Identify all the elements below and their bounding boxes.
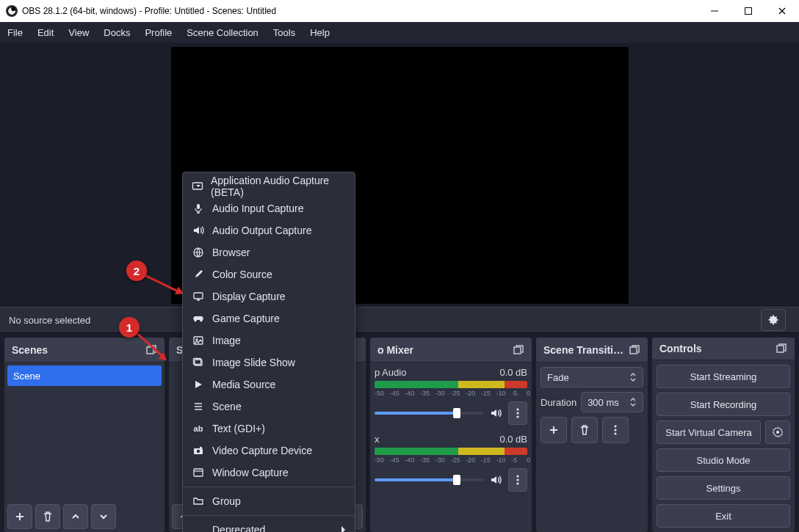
scenes-panel-title: Scenes (12, 344, 48, 356)
mixer-channel-db: 0.0 dB (499, 434, 527, 445)
camera-icon (192, 445, 205, 456)
transition-remove-button[interactable] (571, 417, 598, 443)
source-properties-button[interactable] (761, 309, 786, 331)
obs-logo-icon (6, 5, 18, 17)
start-virtual-camera-button[interactable]: Start Virtual Camera (657, 420, 761, 444)
svg-point-15 (614, 425, 616, 427)
svg-point-11 (516, 475, 518, 477)
image-icon (192, 335, 205, 346)
list-icon (192, 401, 205, 412)
popout-icon[interactable] (513, 344, 524, 356)
menu-edit[interactable]: Edit (37, 27, 54, 38)
svg-point-19 (776, 431, 779, 434)
menu-application-audio-capture[interactable]: Application Audio Capture (BETA) (183, 175, 355, 197)
menu-deprecated[interactable]: Deprecated (183, 519, 355, 532)
scene-remove-button[interactable] (35, 504, 60, 529)
menu-display-capture[interactable]: Display Capture (183, 285, 355, 307)
svg-point-16 (614, 429, 616, 431)
speaker-icon[interactable] (489, 407, 502, 420)
vu-ticks: -50-45-40-35-30-25-20-15-10-50 (375, 390, 527, 398)
popout-icon[interactable] (629, 344, 640, 356)
menu-image-slide-show[interactable]: Image Slide Show (183, 351, 355, 374)
audio-mixer-panel: o Mixer p Audio 0.0 dB -50-45-40-35-30-2… (370, 338, 532, 532)
menu-view[interactable]: View (68, 27, 89, 38)
menu-video-capture-device[interactable]: Video Capture Device (183, 440, 355, 462)
svg-point-12 (516, 478, 518, 481)
transition-add-button[interactable] (540, 417, 567, 443)
duration-label: Duration (540, 397, 576, 408)
minimize-button[interactable] (698, 0, 731, 22)
svg-point-29 (197, 450, 200, 453)
mixer-panel-title: o Mixer (377, 344, 413, 356)
close-button[interactable] (765, 0, 799, 22)
annotation-badge-2: 2 (126, 260, 147, 281)
menu-docks[interactable]: Docks (104, 27, 130, 38)
menu-text-gdi[interactable]: abText (GDI+) (183, 418, 355, 440)
svg-point-13 (516, 482, 518, 484)
settings-button[interactable]: Settings (657, 476, 790, 500)
menu-media-source[interactable]: Media Source (183, 374, 355, 396)
svg-rect-30 (200, 447, 202, 448)
menu-group[interactable]: Group (183, 490, 355, 512)
menu-audio-output-capture[interactable]: Audio Output Capture (183, 219, 355, 241)
vu-meter (375, 448, 527, 455)
svg-point-25 (196, 339, 198, 340)
menu-profile[interactable]: Profile (145, 27, 172, 38)
scene-add-button[interactable] (7, 504, 32, 529)
maximize-button[interactable] (731, 0, 765, 22)
transition-select[interactable]: Fade (540, 367, 643, 387)
scene-down-button[interactable] (91, 504, 116, 529)
annotation-badge-1: 1 (119, 317, 140, 338)
studio-mode-button[interactable]: Studio Mode (657, 448, 790, 472)
play-icon (192, 379, 205, 390)
volume-slider[interactable] (375, 478, 483, 481)
menu-window-capture[interactable]: Window Capture (183, 462, 355, 484)
paintbrush-icon (192, 269, 205, 280)
speaker-icon (192, 225, 205, 236)
menu-tools[interactable]: Tools (273, 27, 295, 38)
gamepad-icon (192, 313, 205, 324)
menu-image[interactable]: Image (183, 329, 355, 351)
microphone-icon (192, 203, 205, 214)
start-streaming-button[interactable]: Start Streaming (657, 365, 790, 388)
globe-icon (192, 247, 205, 258)
svg-point-10 (516, 415, 518, 418)
mixer-options-button[interactable] (508, 401, 527, 425)
popout-icon[interactable] (776, 343, 787, 354)
window-title: OBS 28.1.2 (64-bit, windows) - Profile: … (22, 6, 276, 16)
menu-scene[interactable]: Scene (183, 396, 355, 418)
speaker-icon[interactable] (489, 473, 502, 487)
start-recording-button[interactable]: Start Recording (657, 393, 790, 416)
transitions-panel: Scene Transiti… Fade Duration 300 ms (536, 338, 648, 532)
controls-panel: Controls Start Streaming Start Recording… (652, 338, 795, 532)
menu-browser[interactable]: Browser (183, 241, 355, 263)
exit-button[interactable]: Exit (657, 504, 790, 528)
menu-help[interactable]: Help (310, 27, 330, 38)
svg-rect-7 (514, 347, 521, 354)
status-no-source: No source selected (9, 315, 90, 326)
scene-up-button[interactable] (63, 504, 88, 529)
mixer-options-button[interactable] (508, 468, 527, 492)
window-icon (192, 467, 205, 478)
menu-scene-collection[interactable]: Scene Collection (187, 27, 258, 38)
menu-file[interactable]: File (7, 27, 23, 38)
menu-audio-input-capture[interactable]: Audio Input Capture (183, 197, 355, 219)
text-icon: ab (192, 424, 205, 433)
menu-color-source[interactable]: Color Source (183, 263, 355, 285)
duration-spinbox[interactable]: 300 ms (581, 392, 643, 412)
volume-slider[interactable] (375, 412, 483, 415)
scene-list-item[interactable]: Scene (7, 365, 162, 386)
svg-rect-31 (194, 469, 203, 476)
svg-point-8 (516, 408, 518, 410)
monitor-icon (192, 291, 205, 302)
vu-meter (375, 381, 527, 388)
menu-game-capture[interactable]: Game Capture (183, 307, 355, 329)
chevron-right-icon (340, 525, 346, 532)
transition-options-button[interactable] (602, 417, 629, 443)
svg-rect-23 (194, 293, 203, 299)
virtual-camera-settings-button[interactable] (765, 420, 790, 444)
svg-rect-1 (745, 8, 752, 15)
add-source-context-menu: Application Audio Capture (BETA) Audio I… (182, 172, 355, 532)
slideshow-icon (192, 357, 205, 368)
controls-panel-title: Controls (659, 343, 702, 354)
